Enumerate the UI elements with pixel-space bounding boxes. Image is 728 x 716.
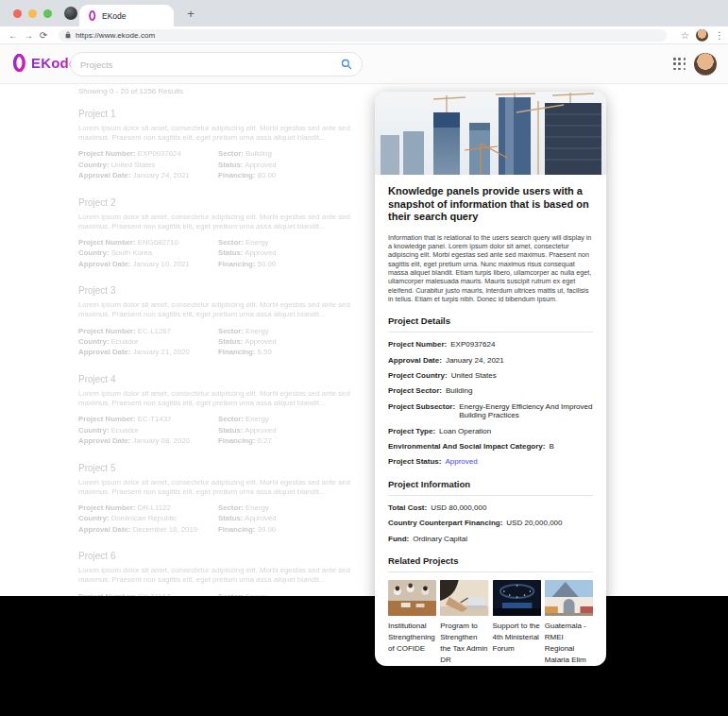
guatemala-thumbnail-image: [545, 580, 593, 616]
detail-row: Project Subsector:Energy-Energy Efficien…: [388, 402, 593, 420]
results-summary: Showing 0 - 20 of 1256 Results: [78, 87, 368, 95]
related-card-title[interactable]: Guatemala - RMEI Regional Malaria Elim: [545, 621, 593, 666]
status-link[interactable]: Approved: [445, 457, 593, 466]
related-card-guatemala[interactable]: Guatemala - RMEI Regional Malaria Elim: [545, 580, 593, 666]
construction-hero-image: [375, 92, 606, 175]
info-row: Fund:Ordinary Capital: [388, 535, 593, 543]
project-title[interactable]: Project 2: [78, 197, 368, 208]
detail-row: Project Sector:Building: [388, 386, 593, 395]
project-title[interactable]: Project 5: [78, 463, 368, 473]
forward-icon[interactable]: →: [21, 30, 36, 41]
project-card-5[interactable]: Project 5 Lorem ipsum dolor sit amet, co…: [78, 463, 368, 536]
user-avatar[interactable]: [694, 53, 717, 76]
toolbar-right: ☆ ⋮: [681, 26, 724, 44]
new-tab-button[interactable]: +: [181, 4, 200, 23]
related-card-title[interactable]: Institutional Strengthening of COFIDE: [388, 621, 436, 655]
browser-menu-icon[interactable]: ⋮: [715, 30, 724, 41]
project-card-2[interactable]: Project 2 Lorem ipsum dolor sit amet, co…: [78, 197, 368, 270]
ekode-favicon: [88, 10, 96, 21]
bookmark-star-icon[interactable]: ☆: [681, 30, 689, 41]
window-controls: [13, 9, 52, 18]
browser-tab-strip: EKode +: [0, 0, 728, 26]
address-bar[interactable]: https://www.ekode.com: [59, 29, 667, 42]
search-bar[interactable]: [70, 52, 363, 77]
browser-toolbar: ← → ⟳ https://www.ekode.com ☆ ⋮: [0, 26, 728, 44]
related-projects-grid: Institutional Strengthening of COFIDE Pr…: [388, 580, 593, 666]
detail-row: Project Number:EXP0937624: [388, 340, 593, 349]
project-fields: Project Number: EC-L1267 Sector: Energy …: [78, 326, 368, 358]
detail-row-status: Project Status:Approved: [388, 457, 593, 466]
panel-description: Information that is relational to the us…: [388, 233, 593, 303]
url-text: https://www.ekode.com: [76, 31, 155, 40]
maximize-window-button[interactable]: [43, 9, 52, 18]
project-fields: Project Number: EC-T1437 Sector: Energy …: [78, 414, 368, 446]
project-description: Lorem ipsum dolor sit amet, consectetur …: [78, 300, 368, 319]
app-header: EKode: [0, 44, 728, 84]
project-description: Lorem ipsum dolor sit amet, consectetur …: [78, 478, 368, 497]
project-fields: Project Number: DR-L1122 Sector: Energy …: [78, 503, 368, 535]
related-card-forum[interactable]: Support to the 4th Ministerial Forum: [493, 580, 541, 666]
lock-icon: [65, 31, 71, 39]
apps-grid-icon[interactable]: [673, 58, 686, 71]
related-card-tax-admin[interactable]: Program to Strengthen the Tax Admin DR: [440, 580, 488, 666]
project-title[interactable]: Project 1: [78, 109, 368, 119]
close-window-button[interactable]: [13, 9, 22, 18]
divider: [388, 495, 593, 496]
related-card-title[interactable]: Program to Strengthen the Tax Admin DR: [440, 621, 488, 666]
project-description: Lorem ipsum dolor sit amet, consectetur …: [78, 213, 368, 231]
browser-profile-avatar[interactable]: [696, 29, 708, 42]
project-fields: Project Number: ENG682710 Sector: Energy…: [78, 237, 368, 269]
project-fields: Project Number: GY-T1167 Sector: Energy …: [78, 591, 368, 596]
globe-icon[interactable]: [64, 7, 77, 20]
detail-row: Project Type:Loan Operation: [388, 427, 593, 435]
back-icon[interactable]: ←: [6, 30, 21, 41]
knowledge-panel: Knowledge panels provide users with a sn…: [375, 92, 606, 666]
knowledge-panel-body: Knowledge panels provide users with a sn…: [375, 175, 606, 666]
meeting-thumbnail-image: [388, 580, 436, 616]
project-card-6[interactable]: Project 6 Lorem ipsum dolor sit amet, co…: [78, 551, 368, 596]
divider: [388, 332, 593, 332]
detail-row: Approval Date:January 24, 2021: [388, 356, 593, 365]
search-results-list: Showing 0 - 20 of 1256 Results Project 1…: [78, 87, 368, 596]
info-row: Total Cost:USD 80,000,000: [388, 503, 593, 512]
project-card-3[interactable]: Project 3 Lorem ipsum dolor sit amet, co…: [78, 285, 368, 358]
minimize-window-button[interactable]: [28, 9, 37, 18]
related-card-cofide[interactable]: Institutional Strengthening of COFIDE: [388, 580, 436, 666]
related-projects-heading: Related Projects: [388, 555, 593, 566]
project-description: Lorem ipsum dolor sit amet, consectetur …: [78, 389, 368, 408]
project-card-4[interactable]: Project 4 Lorem ipsum dolor sit amet, co…: [78, 374, 368, 447]
detail-row: Project Country:United States: [388, 371, 593, 380]
project-title[interactable]: Project 6: [78, 551, 368, 561]
panel-title: Knowledge panels provide users with a sn…: [388, 185, 593, 224]
project-card-1[interactable]: Project 1 Lorem ipsum dolor sit amet, co…: [78, 109, 368, 181]
project-details-heading: Project Details: [388, 315, 593, 326]
browser-window: EKode + ← → ⟳ https://www.ekode.com ☆ ⋮: [0, 0, 728, 596]
project-description: Lorem ipsum dolor sit amet, consectetur …: [78, 124, 368, 143]
browser-tab-ekode[interactable]: EKode: [79, 5, 174, 26]
project-information-heading: Project Information: [388, 479, 593, 489]
screen: EKode + ← → ⟳ https://www.ekode.com ☆ ⋮: [0, 0, 728, 716]
writing-thumbnail-image: [440, 580, 488, 616]
ekode-logo-icon: [11, 54, 26, 72]
project-fields: Project Number: EXP0937624 Sector: Build…: [78, 148, 368, 180]
project-description: Lorem ipsum dolor sit amet, consectetur …: [78, 566, 368, 585]
detail-row: Environmental And Social Impact Category…: [388, 442, 593, 451]
info-row: Country Counterpart Financing:USD 20,000…: [388, 519, 593, 527]
divider: [388, 571, 593, 572]
ekode-logo[interactable]: EKode: [11, 54, 77, 72]
tab-title: EKode: [102, 11, 127, 21]
project-title[interactable]: Project 4: [78, 374, 368, 384]
related-card-title[interactable]: Support to the 4th Ministerial Forum: [493, 621, 541, 655]
conference-thumbnail-image: [493, 580, 541, 616]
search-icon[interactable]: [341, 59, 352, 70]
project-title[interactable]: Project 3: [78, 285, 368, 296]
search-input[interactable]: [80, 60, 341, 70]
reload-icon[interactable]: ⟳: [36, 30, 51, 41]
